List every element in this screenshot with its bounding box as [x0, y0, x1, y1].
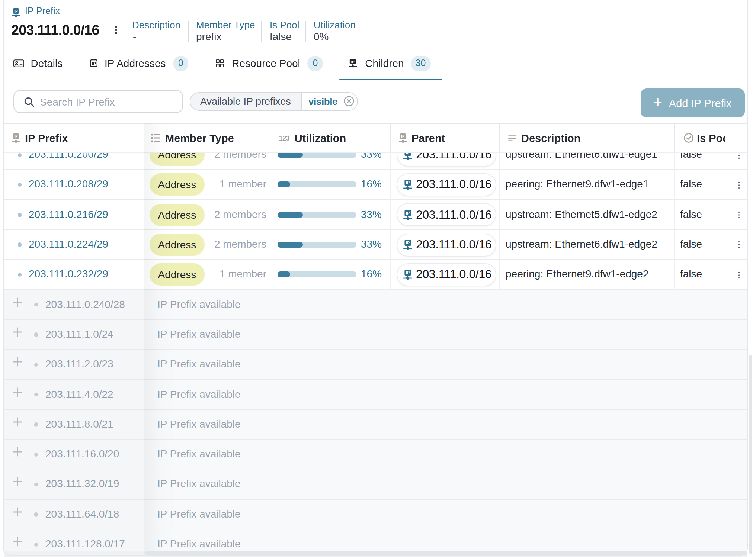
svg-text:IP: IP — [351, 60, 355, 64]
svg-text:IP: IP — [92, 61, 96, 66]
svg-text:IP: IP — [401, 135, 405, 139]
svg-text:IP: IP — [14, 9, 17, 13]
svg-text:IP: IP — [406, 241, 410, 245]
svg-text:IP: IP — [406, 181, 410, 185]
svg-text:IP: IP — [406, 211, 410, 215]
svg-text:IP: IP — [14, 135, 17, 139]
svg-text:IP: IP — [406, 271, 410, 275]
